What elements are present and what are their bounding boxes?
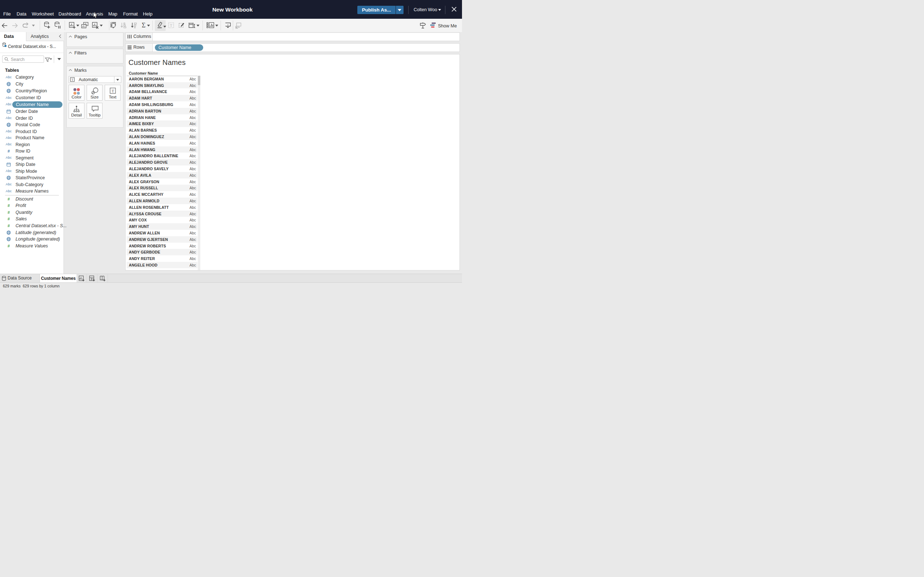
svg-text:T: T	[71, 78, 74, 82]
svg-text:T: T	[170, 23, 173, 27]
svg-text:T: T	[111, 89, 114, 93]
svg-text:Σ: Σ	[142, 22, 145, 29]
